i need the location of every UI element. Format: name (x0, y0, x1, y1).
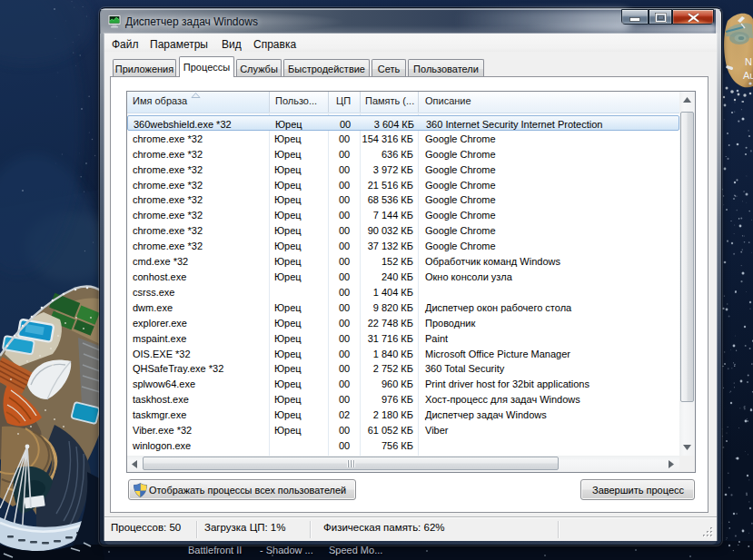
svg-text:N…: N… (745, 56, 753, 67)
svg-text:Aus: Aus (743, 70, 753, 81)
